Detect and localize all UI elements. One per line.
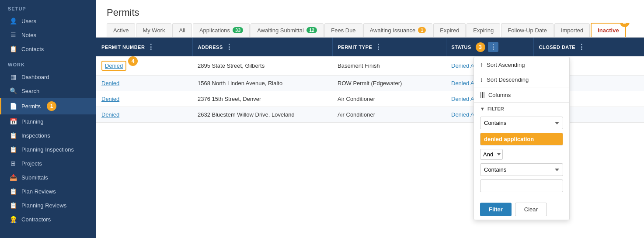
tab-expired[interactable]: Expired	[433, 23, 466, 38]
sidebar-item-permits[interactable]: 📄 Permits 1	[0, 98, 96, 114]
sidebar-item-users[interactable]: 👤 Users	[0, 14, 96, 28]
tab-my-work[interactable]: My Work	[136, 23, 171, 38]
col-closed-date-label: Closed Date	[539, 45, 576, 50]
sort-descending-label: Sort Descending	[487, 76, 529, 83]
cell-permit-type: ROW Permit (Edgewater)	[332, 76, 446, 91]
cell-address: 2632 Bluestem Willow Drive, Loveland	[192, 107, 332, 123]
inspections-icon: 📋	[9, 132, 17, 139]
filter-value-input-2[interactable]	[480, 179, 563, 192]
tab-inactive[interactable]: Inactive 2	[591, 23, 626, 38]
permit-number-link[interactable]: Denied	[101, 96, 119, 102]
col-status-menu-btn[interactable]: ⋮	[488, 42, 499, 52]
tab-applications-label: Applications	[199, 27, 230, 34]
sidebar-item-label: Inspections	[21, 132, 50, 139]
tab-awaiting-submittal-label: Awaiting Submittal	[257, 27, 304, 34]
tab-awaiting-submittal-badge: 12	[306, 27, 317, 33]
tab-awaiting-issuance-badge: 1	[418, 27, 426, 33]
cell-address: 2895 State Street, Gilberts	[192, 56, 332, 76]
sidebar-item-contacts[interactable]: 📋 Contacts	[0, 42, 96, 56]
annotation-badge-2: 2	[620, 23, 630, 27]
col-status-label: Status	[452, 45, 471, 50]
tab-all-label: All	[179, 27, 185, 34]
tab-applications-badge: 33	[233, 27, 243, 33]
notes-icon: ☰	[9, 31, 17, 38]
sidebar-item-plan-reviews[interactable]: 📋 Plan Reviews	[0, 184, 96, 198]
col-address-menu-btn[interactable]: ⋮	[226, 43, 233, 51]
column-dropdown-menu: ↑ Sort Ascending ↓ Sort Descending ||| C…	[473, 57, 570, 220]
clear-button[interactable]: Clear	[515, 203, 547, 216]
sort-ascending-icon: ↑	[480, 61, 483, 68]
sort-descending-item[interactable]: ↓ Sort Descending	[474, 72, 569, 87]
tab-expiring-label: Expiring	[473, 27, 494, 34]
sidebar-item-projects[interactable]: ⊞ Projects	[0, 156, 96, 170]
plan-reviews-icon: 📋	[9, 188, 17, 195]
columns-item[interactable]: ||| Columns	[474, 87, 569, 102]
tab-fees-due-label: Fees Due	[331, 27, 355, 34]
contacts-icon: 📋	[9, 45, 17, 52]
col-address-label: Address	[198, 45, 223, 50]
search-icon: 🔍	[9, 87, 17, 94]
tab-active-label: Active	[113, 27, 129, 34]
filter-icon: ▼	[480, 106, 485, 111]
tab-follow-up-date-label: Follow-Up Date	[508, 27, 547, 34]
permit-number-link[interactable]: Denied 4	[101, 61, 126, 71]
filter-contains-select-2[interactable]: Contains	[480, 163, 563, 176]
tab-expired-label: Expired	[440, 27, 459, 34]
sidebar-item-label: Submittals	[21, 174, 48, 181]
sidebar-item-label: Projects	[21, 160, 42, 167]
sidebar-item-label: Planning Inspections	[21, 146, 74, 153]
tab-applications[interactable]: Applications 33	[193, 23, 250, 38]
filter-and-select[interactable]: And	[480, 149, 503, 160]
tab-follow-up-date[interactable]: Follow-Up Date	[501, 23, 553, 38]
sidebar-item-dashboard[interactable]: ▦ Dashboard	[0, 70, 96, 84]
sidebar-item-notes[interactable]: ☰ Notes	[0, 28, 96, 42]
tab-active[interactable]: Active	[107, 23, 135, 38]
cell-permit-number: Denied	[96, 76, 192, 91]
sidebar-item-label: Users	[21, 18, 36, 24]
col-closed-date-menu-btn[interactable]: ⋮	[578, 43, 585, 51]
permit-number-link[interactable]: Denied	[101, 80, 119, 86]
sidebar-item-inspections[interactable]: 📋 Inspections	[0, 128, 96, 142]
sort-ascending-label: Sort Ascending	[487, 62, 525, 68]
sidebar-item-label: Planning Reviews	[21, 202, 66, 209]
sidebar-item-label: Contacts	[21, 46, 44, 52]
col-permit-number-menu-btn[interactable]: ⋮	[147, 43, 155, 51]
filter-section-label: ▼ Filter	[474, 103, 569, 113]
sidebar-item-contractors[interactable]: 👷 Contractors	[0, 212, 96, 226]
work-section-label: WORK	[0, 56, 96, 70]
col-permit-type-menu-btn[interactable]: ⋮	[375, 43, 382, 51]
annotation-badge-3: 3	[476, 42, 485, 52]
sidebar-item-label: Plan Reviews	[21, 188, 56, 195]
tab-fees-due[interactable]: Fees Due	[324, 23, 362, 38]
tab-awaiting-submittal[interactable]: Awaiting Submittal 12	[251, 23, 324, 38]
col-status: Status 3 ⋮	[446, 38, 533, 56]
permit-number-link[interactable]: Denied	[101, 111, 119, 118]
filter-button[interactable]: Filter	[480, 203, 512, 216]
col-permit-number-label: Permit Number	[101, 45, 145, 50]
sort-descending-icon: ↓	[480, 76, 483, 83]
tab-expiring[interactable]: Expiring	[466, 23, 500, 38]
sidebar-item-search[interactable]: 🔍 Search	[0, 84, 96, 98]
sidebar-item-planning-reviews[interactable]: 📋 Planning Reviews	[0, 198, 96, 212]
sort-ascending-item[interactable]: ↑ Sort Ascending	[474, 57, 569, 72]
filter-value-input[interactable]	[480, 133, 563, 145]
planning-icon: 📅	[9, 118, 17, 125]
tabs-container: Active My Work All Applications 33 Await…	[96, 23, 644, 38]
user-icon: 👤	[9, 17, 17, 24]
cell-address: 1568 North Linden Avenue, Rialto	[192, 76, 332, 91]
cell-address: 2376 15th Street, Denver	[192, 91, 332, 107]
sidebar-item-label: Permits	[21, 103, 41, 110]
page-title: Permits	[96, 0, 644, 23]
sidebar-item-planning-inspections[interactable]: 📋 Planning Inspections	[0, 142, 96, 156]
tab-awaiting-issuance[interactable]: Awaiting Issuance 1	[363, 23, 433, 38]
sidebar-item-planning[interactable]: 📅 Planning	[0, 114, 96, 128]
tab-imported[interactable]: Imported	[554, 23, 590, 38]
filter-contains-select-1[interactable]: Contains	[480, 117, 563, 129]
sidebar-item-label: Planning	[21, 118, 44, 125]
tab-my-work-label: My Work	[143, 27, 165, 34]
filter-section: Contains And Contains	[474, 113, 569, 199]
sidebar-item-submittals[interactable]: 📤 Submittals	[0, 170, 96, 184]
col-permit-number: Permit Number ⋮	[96, 38, 192, 56]
cell-permit-number: Denied 4	[96, 56, 192, 76]
tab-all[interactable]: All	[172, 23, 191, 38]
